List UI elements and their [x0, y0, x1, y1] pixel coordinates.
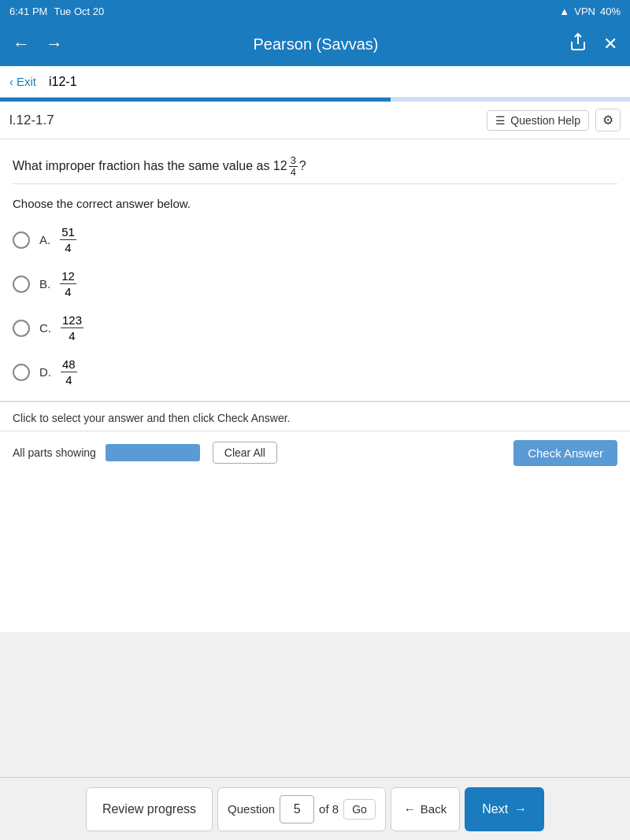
- option-label-d: D.: [39, 365, 51, 379]
- option-radio-b[interactable]: [13, 276, 30, 293]
- status-bar: 6:41 PM Tue Oct 20 ▲ VPN 40%: [0, 0, 630, 22]
- clear-all-button[interactable]: Clear All: [213, 442, 277, 464]
- lesson-id: l.12-1.7: [9, 113, 54, 128]
- fraction-b: 12 4: [60, 268, 76, 300]
- bottom-bar: All parts showing Clear All Check Answer: [0, 431, 630, 475]
- of-label: of 8: [319, 802, 339, 816]
- next-button[interactable]: Next →: [465, 787, 544, 831]
- question-text: What improper fraction has the same valu…: [13, 155, 617, 179]
- vpn-label: VPN: [574, 6, 595, 17]
- question-nav-label: Question: [228, 802, 275, 816]
- options-list: A. 51 4 B. 12 4 C. 123 4 D.: [13, 224, 617, 388]
- list-item: C. 123 4: [13, 313, 617, 344]
- option-label-a: A.: [39, 233, 50, 246]
- mixed-numer: 3: [289, 155, 298, 167]
- mixed-denom: 4: [289, 167, 298, 178]
- sub-nav: ‹ Exit i12-1: [0, 66, 630, 98]
- question-help-label: Question Help: [510, 114, 580, 127]
- check-answer-button[interactable]: Check Answer: [513, 440, 617, 466]
- back-label: Back: [421, 802, 447, 816]
- option-radio-c[interactable]: [13, 320, 30, 337]
- battery-label: 40%: [600, 6, 621, 17]
- white-space: [0, 475, 630, 632]
- option-radio-a[interactable]: [13, 231, 30, 249]
- list-item: A. 51 4: [13, 224, 617, 256]
- fraction-d: 48 4: [61, 357, 77, 388]
- option-label-c: C.: [39, 321, 51, 335]
- status-time: 6:41 PM: [9, 6, 47, 17]
- question-help-button[interactable]: ☰ Question Help: [487, 110, 589, 131]
- fraction-a: 51 4: [60, 224, 76, 256]
- fraction-c: 123 4: [61, 313, 83, 344]
- wifi-icon: ▲: [559, 6, 569, 17]
- bottom-nav: Review progress Question of 8 Go ← Back …: [0, 777, 630, 840]
- exit-label: Exit: [17, 75, 36, 88]
- back-nav-button[interactable]: ←: [13, 34, 30, 54]
- bottom-instruction: Click to select your answer and then cli…: [0, 401, 630, 431]
- status-day: Tue Oct 20: [54, 6, 104, 17]
- settings-button[interactable]: ⚙: [595, 109, 621, 131]
- next-label: Next: [482, 802, 508, 816]
- share-button[interactable]: [569, 32, 587, 56]
- forward-nav-button[interactable]: →: [46, 34, 63, 54]
- main-content: What improper fraction has the same valu…: [0, 139, 630, 401]
- parts-indicator: [106, 444, 200, 461]
- top-nav: ← → Pearson (Savvas) ✕: [0, 22, 630, 66]
- back-arrow-icon: ←: [404, 802, 416, 816]
- question-number-input[interactable]: [280, 795, 314, 823]
- close-button[interactable]: ✕: [603, 34, 617, 54]
- list-item: B. 12 4: [13, 268, 617, 300]
- next-arrow-icon: →: [514, 802, 527, 816]
- chevron-left-icon: ‹: [9, 75, 13, 88]
- all-parts-label: All parts showing: [13, 446, 96, 459]
- list-item: D. 48 4: [13, 357, 617, 388]
- option-radio-d[interactable]: [13, 364, 30, 381]
- app-title: Pearson (Savvas): [254, 35, 379, 54]
- go-button[interactable]: Go: [343, 799, 376, 820]
- back-button[interactable]: ← Back: [391, 787, 460, 831]
- lesson-header: l.12-1.7 ☰ Question Help ⚙: [0, 102, 630, 139]
- question-nav: Question of 8 Go: [217, 787, 386, 831]
- exit-button[interactable]: ‹ Exit: [9, 75, 36, 88]
- list-icon: ☰: [495, 114, 506, 127]
- page-id: i12-1: [49, 75, 77, 89]
- instruction: Choose the correct answer below.: [13, 197, 617, 210]
- review-progress-button[interactable]: Review progress: [86, 787, 213, 831]
- divider: [13, 183, 617, 184]
- option-label-b: B.: [39, 277, 50, 290]
